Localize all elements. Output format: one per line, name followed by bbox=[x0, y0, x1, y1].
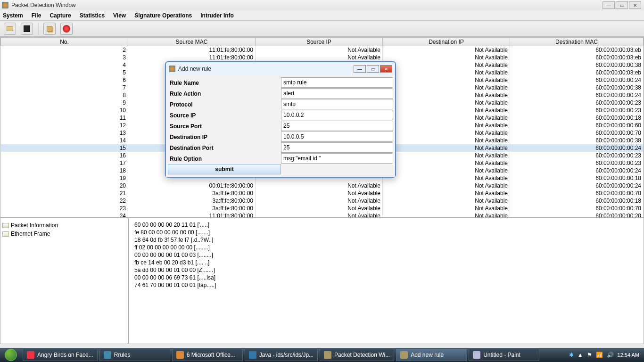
cell: 19 bbox=[1, 174, 128, 182]
input-protocol[interactable] bbox=[281, 99, 393, 109]
save-button[interactable] bbox=[21, 23, 33, 35]
start-button[interactable] bbox=[0, 348, 22, 362]
table-row[interactable]: 211:01:fe:80:00:00Not AvailableNot Avail… bbox=[1, 46, 644, 54]
menu-capture[interactable]: Capture bbox=[50, 12, 71, 19]
cell: 60:00:00:00:00:18 bbox=[510, 197, 644, 205]
input-rule-action[interactable] bbox=[281, 88, 393, 99]
hex-line: fb ce 14 eb 00 20 d3 b1 [.... ..] bbox=[134, 259, 638, 266]
menu-statistics[interactable]: Statistics bbox=[80, 12, 105, 19]
cell: Not Available bbox=[383, 84, 510, 91]
col-source-ip[interactable]: Source IP bbox=[256, 38, 383, 46]
table-row[interactable]: 311:01:fe:80:00:00Not AvailableNot Avail… bbox=[1, 54, 644, 61]
cell: 11:01:fe:80:00:00 bbox=[128, 212, 256, 218]
menu-view[interactable]: View bbox=[113, 12, 126, 19]
dialog-minimize-button[interactable]: — bbox=[354, 65, 366, 73]
cell: 2 bbox=[1, 46, 128, 54]
cell: Not Available bbox=[383, 114, 510, 122]
cell: Not Available bbox=[383, 122, 510, 129]
copy-button[interactable] bbox=[43, 23, 56, 35]
maximize-button[interactable]: ▭ bbox=[616, 1, 628, 9]
cell: 60:00:00:00:00:24 bbox=[510, 144, 644, 152]
cell: 60:00:00:00:00:38 bbox=[510, 84, 644, 91]
taskbar-item[interactable]: Java - ids/src/ids/Jp... bbox=[245, 349, 318, 361]
hex-line: ff 02 00 00 00 00 00 00 [........] bbox=[134, 244, 638, 251]
submit-button[interactable]: submit bbox=[168, 164, 281, 174]
tree-item-ethernet-frame[interactable]: Ethernet Frame bbox=[2, 230, 126, 238]
dialog-close-button[interactable]: ✕ bbox=[380, 65, 392, 73]
cell: 3 bbox=[1, 54, 128, 61]
taskbar-item[interactable]: Rrules bbox=[99, 349, 170, 361]
input-source-ip[interactable] bbox=[281, 110, 393, 120]
tray-arrow-icon[interactable]: ▲ bbox=[578, 352, 583, 358]
tray-network-icon[interactable]: 📶 bbox=[596, 352, 603, 358]
cell: Not Available bbox=[256, 54, 383, 61]
hex-line: 60 00 00 00 00 20 11 01 ['.....] bbox=[134, 221, 638, 229]
menu-file[interactable]: File bbox=[32, 12, 41, 19]
taskbar-item[interactable]: Angry Birds on Face... bbox=[23, 349, 98, 361]
folder-icon bbox=[2, 231, 9, 237]
dialog-maximize-button[interactable]: ▭ bbox=[367, 65, 379, 73]
taskbar-item[interactable]: Packet Detection Wi... bbox=[320, 349, 394, 361]
cell: Not Available bbox=[383, 197, 510, 205]
cell: 23 bbox=[1, 205, 128, 212]
capture-button[interactable] bbox=[60, 23, 73, 35]
label-source-ip: Source IP bbox=[168, 110, 281, 121]
menu-intruder-info[interactable]: Intruder Info bbox=[200, 12, 234, 19]
cell: 60:00:00:00:00:24 bbox=[510, 182, 644, 189]
input-rule-name[interactable] bbox=[281, 77, 393, 88]
cell: 17 bbox=[1, 159, 128, 167]
table-row[interactable]: 233a:ff:fe:80:00:00Not AvailableNot Avai… bbox=[1, 205, 644, 212]
table-row[interactable]: 213a:ff:fe:80:00:00Not AvailableNot Avai… bbox=[1, 189, 644, 197]
cell: 6 bbox=[1, 76, 128, 84]
cell: 60:00:00:00:00:38 bbox=[510, 61, 644, 69]
tray-bluetooth-icon[interactable]: ✱ bbox=[569, 352, 574, 358]
cell: Not Available bbox=[383, 212, 510, 218]
table-row[interactable]: 223a:ff:fe:80:00:00Not AvailableNot Avai… bbox=[1, 197, 644, 205]
table-row[interactable]: 2411:01:fe:80:00:00Not AvailableNot Avai… bbox=[1, 212, 644, 218]
taskbar-item[interactable]: Untitled - Paint bbox=[469, 349, 539, 361]
cell: 4 bbox=[1, 61, 128, 69]
dialog-title: Add new rule bbox=[178, 66, 211, 72]
hex-line: 5a dd 00 00 00 01 00 00 [Z.......] bbox=[134, 266, 638, 274]
tray-clock[interactable]: 12:54 AM bbox=[618, 352, 639, 358]
cell: 60:00:00:00:00:70 bbox=[510, 129, 644, 137]
taskbar-item[interactable]: Add new rule bbox=[396, 349, 467, 361]
cell: Not Available bbox=[383, 159, 510, 167]
cell: 3a:ff:fe:80:00:00 bbox=[128, 205, 256, 212]
col-source-mac[interactable]: Source MAC bbox=[128, 38, 256, 46]
open-button[interactable] bbox=[4, 23, 16, 35]
tray-volume-icon[interactable]: 🔊 bbox=[607, 352, 614, 358]
cell: Not Available bbox=[256, 205, 383, 212]
menu-signature-operations[interactable]: Signature Operations bbox=[134, 12, 192, 19]
close-button[interactable]: ✕ bbox=[629, 1, 641, 9]
hex-line: fe 80 00 00 00 00 00 00 [.......] bbox=[134, 229, 638, 236]
label-protocol: Protocol bbox=[168, 99, 281, 110]
hex-line: 74 61 70 00 00 01 00 01 [tap.....] bbox=[134, 281, 638, 289]
toolbar-separator bbox=[38, 23, 39, 35]
input-dest-ip[interactable] bbox=[281, 132, 393, 142]
table-row[interactable]: 2000:01:fe:80:00:00Not AvailableNot Avai… bbox=[1, 182, 644, 189]
col-no[interactable]: No. bbox=[1, 38, 128, 46]
app-icon bbox=[176, 351, 184, 359]
taskbar-item[interactable]: 6 Microsoft Office... bbox=[172, 349, 243, 361]
add-rule-dialog: Add new rule — ▭ ✕ Rule Name Rule Action… bbox=[165, 61, 396, 178]
tray-flag-icon[interactable]: ⚑ bbox=[587, 352, 592, 358]
cell: 3a:ff:fe:80:00:00 bbox=[128, 189, 256, 197]
menu-system[interactable]: System bbox=[3, 12, 23, 19]
input-source-port[interactable] bbox=[281, 121, 393, 131]
tree-item-packet-info[interactable]: Packet Information bbox=[2, 221, 126, 230]
cell: Not Available bbox=[383, 167, 510, 174]
dialog-titlebar[interactable]: Add new rule — ▭ ✕ bbox=[166, 62, 395, 75]
cell: Not Available bbox=[256, 182, 383, 189]
minimize-button[interactable]: — bbox=[603, 1, 615, 9]
col-destination-mac[interactable]: Destination MAC bbox=[510, 38, 644, 46]
cell: 60:00:00:00:00:70 bbox=[510, 189, 644, 197]
input-rule-option[interactable] bbox=[281, 153, 393, 164]
col-destination-ip[interactable]: Destination IP bbox=[383, 38, 510, 46]
hex-panel: 60 00 00 00 00 20 11 01 ['.....]fe 80 00… bbox=[128, 218, 644, 344]
cell: Not Available bbox=[256, 197, 383, 205]
cell: 60:00:00:00:00:24 bbox=[510, 91, 644, 99]
cell: Not Available bbox=[383, 69, 510, 76]
input-dest-port[interactable] bbox=[281, 142, 393, 153]
label-rule-name: Rule Name bbox=[168, 77, 281, 88]
